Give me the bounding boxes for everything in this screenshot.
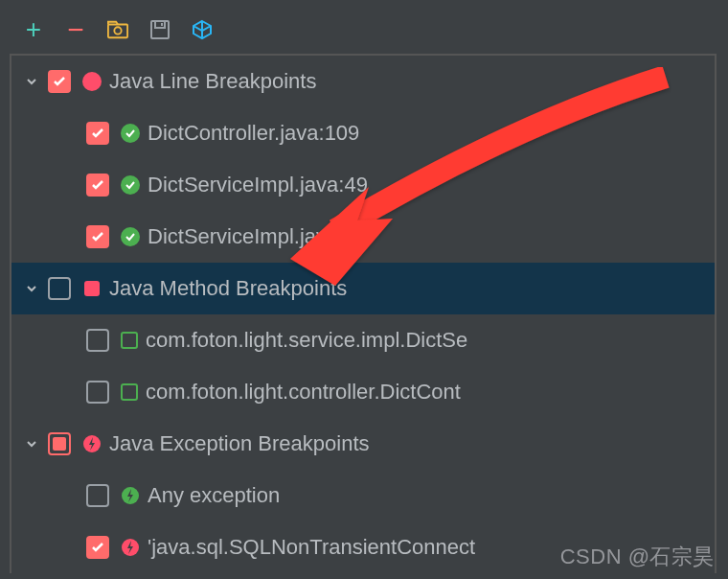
method-breakpoint-disabled-icon: [121, 383, 138, 401]
add-breakpoint-icon[interactable]: +: [23, 19, 44, 40]
breakpoint-label: Any exception: [148, 483, 280, 508]
breakpoint-label: DictServiceImpl.java:51: [148, 224, 368, 249]
group-by-icon[interactable]: [107, 19, 128, 40]
breakpoint-label: DictController.java:109: [148, 121, 359, 146]
chevron-down-icon[interactable]: [23, 280, 40, 297]
breakpoint-label: com.foton.light.service.impl.DictSe: [146, 328, 467, 353]
checkbox[interactable]: [86, 536, 109, 559]
group-java-exception-breakpoints[interactable]: Java Exception Breakpoints: [11, 418, 715, 470]
exception-breakpoint-disabled-icon: [121, 486, 140, 505]
breakpoint-item[interactable]: DictServiceImpl.java:49: [11, 159, 715, 211]
group-java-method-breakpoints[interactable]: Java Method Breakpoints: [11, 263, 715, 314]
chevron-down-icon[interactable]: [23, 73, 40, 90]
breakpoint-item[interactable]: com.foton.light.controller.DictCont: [11, 366, 715, 418]
group-java-line-breakpoints[interactable]: Java Line Breakpoints: [11, 56, 715, 107]
remove-breakpoint-icon[interactable]: −: [65, 19, 86, 40]
line-breakpoint-icon: [82, 72, 102, 91]
verified-breakpoint-icon: [121, 175, 140, 195]
checkbox[interactable]: [86, 484, 109, 507]
checkbox[interactable]: [86, 225, 109, 248]
svg-rect-4: [161, 23, 163, 26]
checkbox[interactable]: [48, 70, 71, 93]
breakpoint-label: 'java.sql.SQLNonTransientConnect: [148, 535, 475, 560]
svg-rect-2: [151, 21, 169, 38]
checkbox[interactable]: [86, 122, 109, 145]
svg-rect-3: [155, 21, 165, 28]
breakpoint-item[interactable]: com.foton.light.service.impl.DictSe: [11, 314, 715, 366]
group-label: Java Exception Breakpoints: [109, 431, 370, 456]
view-options-icon[interactable]: [149, 19, 171, 40]
watermark: CSDN @石宗昊: [560, 543, 715, 571]
breakpoints-tree: Java Line Breakpoints DictController.jav…: [10, 54, 717, 573]
chevron-down-icon[interactable]: [23, 435, 40, 452]
checkbox-partial[interactable]: [48, 432, 71, 455]
verified-breakpoint-icon: [121, 124, 140, 143]
group-label: Java Method Breakpoints: [109, 276, 347, 301]
checkbox[interactable]: [86, 329, 109, 352]
group-label: Java Line Breakpoints: [109, 69, 316, 94]
breakpoint-item[interactable]: DictController.java:109: [11, 107, 715, 159]
toolbar: + −: [0, 0, 728, 54]
svg-point-1: [114, 27, 121, 34]
exception-breakpoint-icon: [82, 434, 102, 453]
exception-breakpoint-icon: [121, 538, 140, 557]
breakpoint-label: DictServiceImpl.java:49: [148, 173, 368, 197]
method-breakpoint-icon: [82, 279, 102, 298]
breakpoint-item[interactable]: DictServiceImpl.java:51: [11, 211, 715, 263]
breakpoint-label: com.foton.light.controller.DictCont: [146, 380, 461, 405]
verified-breakpoint-icon: [121, 227, 140, 246]
checkbox[interactable]: [86, 174, 109, 197]
checkbox[interactable]: [86, 381, 109, 404]
breakpoint-item[interactable]: Any exception: [11, 470, 715, 521]
method-breakpoint-disabled-icon: [121, 332, 138, 349]
package-icon[interactable]: [192, 19, 213, 40]
checkbox[interactable]: [48, 277, 71, 300]
